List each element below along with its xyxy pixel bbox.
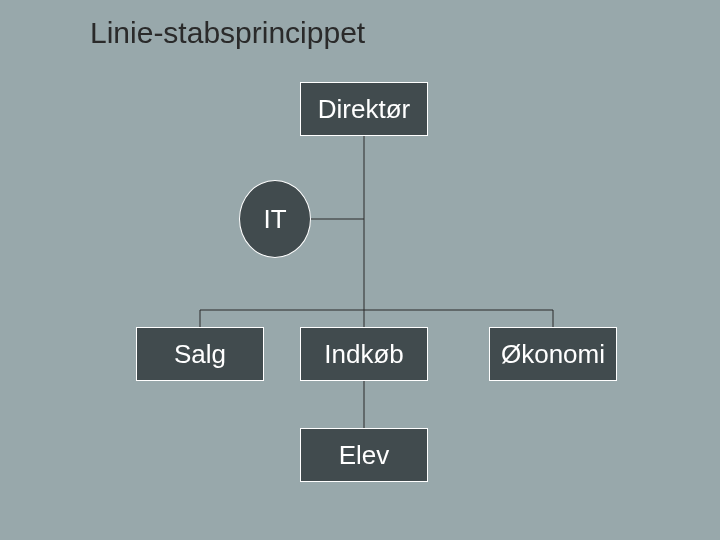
node-dept-salg: Salg	[136, 327, 264, 381]
diagram-title: Linie-stabsprincippet	[90, 16, 365, 50]
node-dept-salg-label: Salg	[174, 339, 226, 370]
node-dept-indkob-label: Indkøb	[324, 339, 404, 370]
node-director: Direktør	[300, 82, 428, 136]
node-dept-indkob: Indkøb	[300, 327, 428, 381]
node-staff-it-label: IT	[263, 204, 286, 235]
node-sub-elev-label: Elev	[339, 440, 390, 471]
node-sub-elev: Elev	[300, 428, 428, 482]
node-director-label: Direktør	[318, 94, 410, 125]
node-dept-okonomi-label: Økonomi	[501, 339, 605, 370]
node-staff-it: IT	[239, 180, 311, 258]
node-dept-okonomi: Økonomi	[489, 327, 617, 381]
